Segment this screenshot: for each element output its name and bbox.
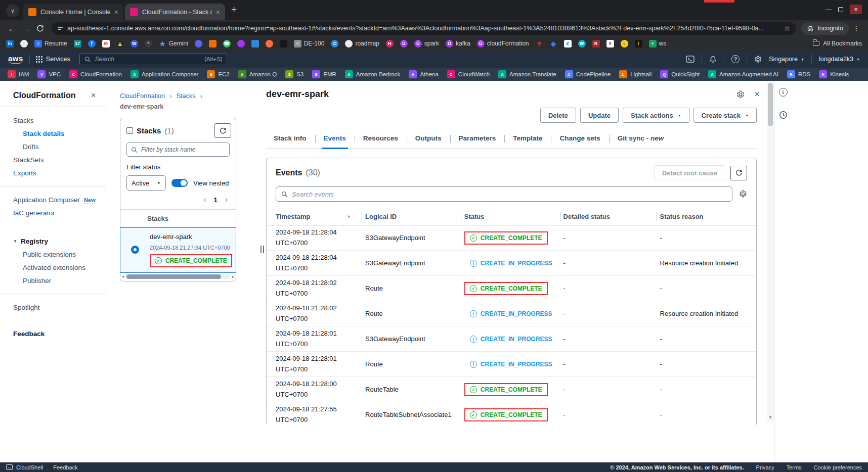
notifications-bell-icon[interactable] [709, 56, 717, 63]
bookmark-item[interactable] [266, 40, 273, 48]
horizontal-scrollbar[interactable]: ◂ ▸ [120, 273, 236, 281]
bookmark-item[interactable] [251, 40, 259, 48]
favorite-service-emr[interactable]: EEMR [312, 70, 336, 78]
sidebar-item-stacksets[interactable]: StackSets [0, 153, 106, 166]
browser-menu-icon[interactable]: ⋮ [850, 24, 863, 32]
favorite-service-s3[interactable]: SS3 [285, 70, 303, 78]
cloudshell-icon[interactable] [686, 56, 695, 63]
tab-outputs[interactable]: Outputs [407, 133, 450, 149]
bookmark-item[interactable]: ▼ [536, 40, 543, 48]
cookie-preferences-link[interactable]: Cookie preferences [814, 464, 862, 470]
panel-close-icon[interactable]: × [754, 89, 760, 100]
favorite-service-rds[interactable]: RRDS [787, 70, 810, 78]
sidebar-item-iac-generator[interactable]: IaC generator [0, 206, 106, 219]
collapse-icon[interactable]: − [126, 127, 133, 134]
bookmark-item[interactable] [209, 40, 216, 48]
bookmark-item[interactable]: ▲ [116, 40, 124, 48]
bookmark-item[interactable]: H [386, 40, 394, 48]
favorite-service-amazon-q[interactable]: AAmazon Q [238, 70, 277, 78]
scroll-right-icon[interactable]: ▸ [232, 275, 234, 279]
region-selector[interactable]: Singapore ▼ [769, 56, 804, 63]
sidebar-section-registry[interactable]: ▼Registry [0, 234, 106, 248]
events-search-box[interactable] [276, 186, 732, 202]
tab-close-icon[interactable]: × [114, 8, 118, 16]
favorite-service-vpc[interactable]: VVPC [37, 70, 61, 78]
bookmark-item[interactable]: ◆ [550, 40, 557, 48]
scrollbar-thumb[interactable] [126, 274, 221, 279]
favorite-service-codepipeline[interactable]: CCodePipeline [565, 70, 611, 78]
new-tab-button[interactable]: + [231, 4, 237, 15]
tab-close-icon[interactable]: × [216, 8, 220, 16]
favorite-service-amazon-augmented-ai[interactable]: AAmazon Augmented AI [708, 70, 778, 78]
tab-git-sync[interactable]: Git sync - new [609, 133, 673, 149]
favorite-service-application-composer[interactable]: AApplication Composer [131, 70, 199, 78]
tab-stack-info[interactable]: Stack info [266, 133, 315, 149]
favorite-service-amazon-translate[interactable]: AAmazon Translate [498, 70, 556, 78]
window-close-button[interactable]: × [850, 5, 862, 14]
bookmark-item[interactable]: roadmap [345, 40, 379, 48]
column-header-status-reason[interactable]: Status reason [660, 213, 747, 220]
bookmark-item[interactable]: ≡DE-100 [294, 40, 325, 48]
tab-parameters[interactable]: Parameters [450, 133, 505, 149]
detect-root-cause-button[interactable]: Detect root cause [654, 165, 725, 180]
bookmark-item[interactable]: ! [635, 40, 642, 48]
sidebar-item-drifts[interactable]: Drifts [0, 140, 106, 153]
aws-search-box[interactable]: [Alt+S] [79, 54, 227, 65]
bookmark-item[interactable]: +ws [649, 40, 667, 48]
bookmark-item[interactable]: * [145, 40, 152, 48]
favorite-service-lightsail[interactable]: LLightsail [619, 70, 652, 78]
panel-splitter[interactable] [258, 81, 266, 462]
bookmark-item[interactable]: Ûspark [414, 40, 439, 48]
url-bar[interactable]: ap-southeast-1.console.aws.amazon.com/cl… [52, 22, 796, 35]
tab-resources[interactable]: Resources [355, 133, 407, 149]
bookmark-item[interactable]: C [331, 40, 338, 48]
favorite-service-cloudwatch[interactable]: CCloudWatch [447, 70, 490, 78]
services-menu-button[interactable]: Services [36, 56, 70, 63]
stack-filter-box[interactable] [126, 143, 230, 157]
panel-settings-gear-icon[interactable] [736, 90, 745, 99]
favorite-service-kinesis[interactable]: KKinesis [819, 70, 849, 78]
sidebar-item-public-extensions[interactable]: Public extensions [0, 248, 106, 261]
sidebar-feedback-link[interactable]: Feedback [0, 330, 106, 338]
bookmark-item[interactable] [195, 40, 202, 48]
bookmark-star-icon[interactable]: ☆ [784, 24, 791, 32]
tab-template[interactable]: Template [504, 133, 551, 149]
favorite-service-quicksight[interactable]: QQuickSight [660, 70, 700, 78]
scroll-down-icon[interactable]: ▼ [767, 415, 774, 420]
splitter-handle-icon[interactable] [261, 246, 264, 253]
bookmark-item[interactable]: f [88, 40, 96, 48]
bookmark-item[interactable]: 17 [74, 40, 81, 48]
cloudshell-footer-button[interactable]: >_ CloudShell [6, 464, 43, 470]
column-header-status[interactable]: Status [464, 213, 563, 220]
back-icon[interactable]: ← [5, 22, 18, 35]
sidebar-close-icon[interactable]: × [91, 91, 96, 100]
tab-search-icon[interactable]: ∨ [6, 4, 19, 17]
stack-filter-input[interactable] [141, 146, 225, 153]
scrollbar-thumb[interactable] [768, 83, 773, 126]
favorite-service-amazon-bedrock[interactable]: AAmazon Bedrock [345, 70, 401, 78]
column-header-logical-id[interactable]: Logical ID [365, 213, 464, 220]
feedback-footer-button[interactable]: Feedback [53, 464, 77, 470]
settings-gear-icon[interactable] [754, 56, 762, 63]
sidebar-item-stacks[interactable]: Stacks [0, 114, 106, 127]
bookmark-item[interactable]: in [6, 40, 14, 48]
bookmark-item[interactable]: Û [400, 40, 408, 48]
tab-change-sets[interactable]: Change sets [551, 133, 609, 149]
aws-logo[interactable]: aws [8, 54, 23, 64]
bookmark-item[interactable]: W [578, 40, 586, 48]
stack-radio-selected[interactable] [131, 246, 139, 254]
bookmark-item[interactable]: R [592, 40, 600, 48]
stack-name[interactable]: dev-emr-spark [150, 233, 233, 241]
help-icon[interactable]: ? [731, 55, 740, 63]
account-menu[interactable]: longdata2k3 ▼ [819, 56, 860, 63]
breadcrumb-link-cloudformation[interactable]: CloudFormation [120, 92, 165, 100]
view-nested-toggle[interactable] [171, 179, 188, 187]
maximize-button[interactable] [838, 7, 843, 12]
sidebar-item-stack-details[interactable]: Stack details [0, 127, 106, 140]
update-button[interactable]: Update [580, 108, 619, 123]
privacy-link[interactable]: Privacy [756, 464, 774, 470]
refresh-stacks-button[interactable] [214, 123, 231, 138]
status-filter-select[interactable]: Active ▼ [126, 175, 166, 191]
sidebar-item-publisher[interactable]: Publisher [0, 274, 106, 287]
favorite-service-cloudformation[interactable]: CCloudFormation [69, 70, 122, 78]
